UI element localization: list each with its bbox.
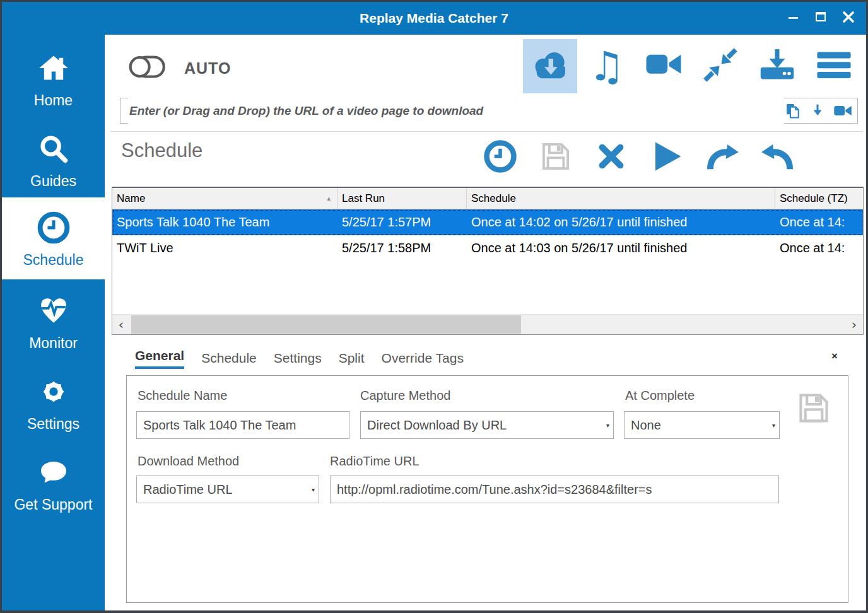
url-input[interactable]	[128, 98, 784, 124]
window-title: Replay Media Catcher 7	[360, 11, 508, 26]
sidebar-item-home[interactable]: Home	[2, 45, 105, 116]
save-form-button[interactable]	[795, 390, 832, 429]
collapse-arrows-icon	[702, 47, 739, 86]
download-arrow-icon[interactable]	[809, 103, 826, 119]
scroll-right-button[interactable]: ›	[845, 315, 863, 334]
cloud-download-icon	[530, 45, 570, 88]
capture-method-value: Direct Download By URL	[361, 418, 606, 433]
schedule-table: Name ▴ Last Run Schedule Schedule (TZ) S…	[112, 187, 864, 335]
record-camera-icon[interactable]	[833, 102, 852, 120]
maximize-button[interactable]	[807, 6, 835, 31]
section-divider	[110, 131, 863, 132]
column-label: Last Run	[342, 192, 385, 205]
detail-tabs: General Schedule Settings Split Override…	[135, 348, 464, 369]
table-row[interactable]: TWiT Live 5/25/17 1:58PM Once at 14:03 o…	[112, 235, 863, 261]
app-window: Replay Media Catcher 7 Home Guides	[2, 2, 866, 610]
sidebar-item-label: Schedule	[2, 252, 105, 269]
new-schedule-button[interactable]	[483, 140, 518, 175]
capture-method-label: Capture Method	[360, 388, 450, 403]
auto-toggle[interactable]: AUTO	[126, 52, 231, 84]
tab-split[interactable]: Split	[339, 351, 365, 369]
radiotime-url-input[interactable]	[331, 476, 778, 503]
scrollbar-thumb[interactable]	[131, 315, 521, 334]
tab-general[interactable]: General	[135, 348, 184, 369]
close-button[interactable]	[835, 6, 862, 31]
shrink-window-button[interactable]	[693, 39, 748, 93]
table-header: Name ▴ Last Run Schedule Schedule (TZ)	[112, 188, 863, 209]
minimize-icon	[787, 11, 800, 26]
capture-method-select[interactable]: Direct Download By URL ▾	[360, 411, 614, 439]
column-header-schedule-tz[interactable]: Schedule (TZ)	[775, 188, 863, 209]
column-label: Schedule	[471, 192, 516, 205]
sidebar-item-label: Home	[2, 92, 105, 109]
schedule-name-field-wrap	[136, 411, 349, 439]
close-detail-panel-button[interactable]: ×	[831, 351, 838, 361]
download-method-label: Download Method	[138, 454, 239, 469]
tab-override-tags[interactable]: Override Tags	[382, 351, 464, 369]
sidebar-item-monitor[interactable]: Monitor	[2, 288, 105, 359]
table-row[interactable]: Sports Talk 1040 The Team 5/25/17 1:57PM…	[112, 209, 863, 235]
schedule-name-input[interactable]	[137, 412, 349, 438]
tab-settings[interactable]: Settings	[274, 351, 322, 369]
horizontal-scrollbar[interactable]: ‹ ›	[112, 314, 863, 334]
chevron-down-icon: ▾	[772, 422, 779, 429]
maximize-icon	[814, 10, 828, 26]
gear-icon	[2, 374, 105, 409]
sidebar-item-guides[interactable]: Guides	[2, 126, 105, 197]
minimize-button[interactable]	[779, 6, 807, 31]
undo-button[interactable]	[760, 140, 795, 175]
downloads-button[interactable]	[750, 39, 804, 93]
column-label: Name	[117, 192, 145, 205]
cell-schedule: Once at 14:02 on 5/26/17 until finished	[467, 209, 775, 235]
clock-icon	[2, 210, 105, 245]
toggle-switch-icon	[126, 52, 168, 84]
chat-bubble-icon	[2, 455, 105, 490]
sidebar-item-label: Settings	[2, 416, 105, 433]
cloud-download-button[interactable]	[523, 39, 577, 93]
window-controls	[779, 2, 862, 35]
heart-pulse-icon	[2, 293, 105, 329]
sidebar-item-label: Guides	[2, 173, 105, 190]
menu-button[interactable]	[807, 39, 861, 93]
download-method-select[interactable]: RadioTime URL ▾	[136, 476, 319, 503]
column-label: Schedule (TZ)	[780, 192, 848, 205]
save-floppy-icon	[795, 417, 832, 428]
play-icon	[650, 139, 684, 176]
redo-button[interactable]	[705, 140, 740, 175]
cell-name: TWiT Live	[112, 235, 337, 261]
close-icon	[842, 10, 855, 26]
title-bar: Replay Media Catcher 7	[2, 2, 866, 35]
column-header-schedule[interactable]: Schedule	[467, 188, 775, 209]
sidebar-item-settings[interactable]: Settings	[2, 369, 105, 440]
cell-last-run: 5/25/17 1:57PM	[337, 209, 467, 235]
general-form-panel: Schedule Name Capture Method At Complete…	[126, 375, 848, 603]
column-header-last-run[interactable]: Last Run	[337, 188, 467, 209]
sidebar-item-schedule[interactable]: Schedule	[2, 197, 105, 279]
at-complete-label: At Complete	[625, 388, 695, 403]
at-complete-value: None	[625, 418, 772, 433]
column-header-name[interactable]: Name ▴	[112, 188, 337, 209]
at-complete-select[interactable]: None ▾	[624, 411, 780, 439]
hamburger-menu-icon	[816, 47, 852, 86]
cell-schedule-tz: Once at 14:	[775, 235, 863, 261]
cell-schedule: Once at 14:03 on 5/26/17 until finished	[467, 235, 775, 261]
sidebar-item-label: Monitor	[2, 335, 105, 352]
schedule-toolbar	[483, 140, 795, 175]
sidebar-item-get-support[interactable]: Get Support	[2, 450, 105, 520]
home-icon	[2, 50, 105, 86]
schedule-name-label: Schedule Name	[138, 388, 227, 403]
audio-capture-button[interactable]: ♫	[580, 39, 634, 93]
url-bar-actions	[784, 102, 852, 120]
auto-toggle-label: AUTO	[184, 59, 231, 78]
video-capture-button[interactable]	[636, 39, 691, 93]
download-tray-icon	[758, 46, 796, 86]
sort-ascending-icon: ▴	[327, 194, 331, 202]
tab-schedule[interactable]: Schedule	[201, 351, 257, 369]
run-schedule-button[interactable]	[649, 140, 684, 175]
delete-x-icon	[597, 142, 626, 173]
save-schedule-button[interactable]	[538, 140, 573, 175]
paste-icon[interactable]	[784, 102, 802, 120]
delete-schedule-button[interactable]	[594, 140, 629, 175]
scroll-left-button[interactable]: ‹	[112, 315, 130, 334]
radiotime-url-field-wrap	[330, 476, 779, 503]
